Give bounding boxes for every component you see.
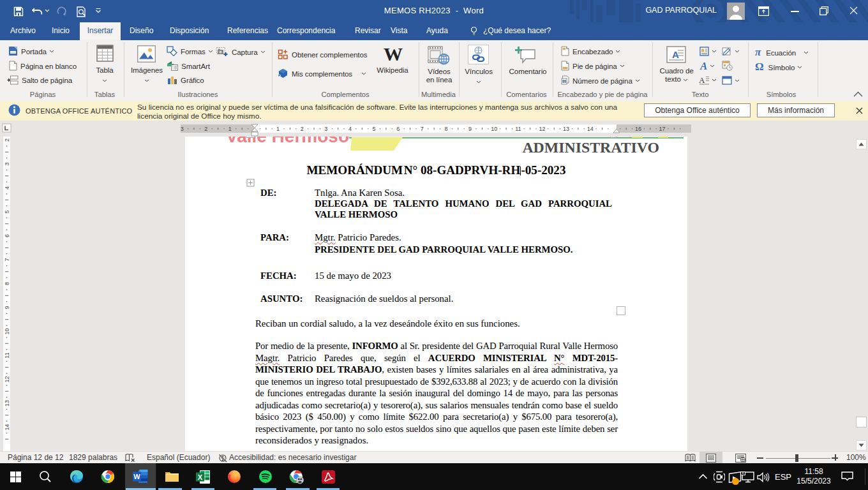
svg-text:14: 14: [4, 424, 10, 430]
svg-text:2: 2: [204, 126, 207, 132]
svg-text:12: 12: [539, 126, 545, 132]
svg-text:1: 1: [276, 126, 280, 132]
svg-text:13: 13: [563, 126, 569, 132]
svg-text:10: 10: [491, 126, 497, 132]
svg-text:8: 8: [4, 282, 10, 285]
svg-text:10: 10: [4, 328, 10, 334]
svg-text:8: 8: [444, 126, 447, 132]
svg-text:17: 17: [659, 126, 666, 132]
svg-text:1: 1: [228, 126, 232, 132]
svg-text:13: 13: [4, 400, 10, 406]
svg-text:11: 11: [515, 126, 521, 132]
svg-text:12: 12: [4, 376, 10, 382]
svg-text:7: 7: [421, 126, 424, 132]
svg-text:2: 2: [4, 138, 10, 142]
svg-text:11: 11: [4, 352, 10, 358]
svg-text:A: A: [699, 75, 705, 85]
svg-text:4: 4: [4, 186, 10, 189]
svg-text:2: 2: [301, 126, 304, 132]
svg-text:W: W: [133, 473, 140, 480]
svg-text:9: 9: [4, 306, 10, 309]
svg-text:6: 6: [396, 126, 400, 132]
svg-text:3: 3: [4, 162, 10, 165]
svg-text:3: 3: [181, 126, 184, 132]
svg-text:7: 7: [4, 258, 10, 261]
svg-text:16: 16: [635, 126, 641, 132]
svg-text:6: 6: [4, 234, 10, 237]
svg-text:14: 14: [587, 126, 594, 132]
svg-text:3: 3: [324, 126, 327, 132]
svg-text:X: X: [198, 473, 203, 480]
svg-text:5: 5: [4, 210, 10, 213]
svg-text:9: 9: [468, 126, 472, 132]
svg-text:4: 4: [348, 126, 352, 132]
svg-text:5: 5: [373, 126, 376, 132]
